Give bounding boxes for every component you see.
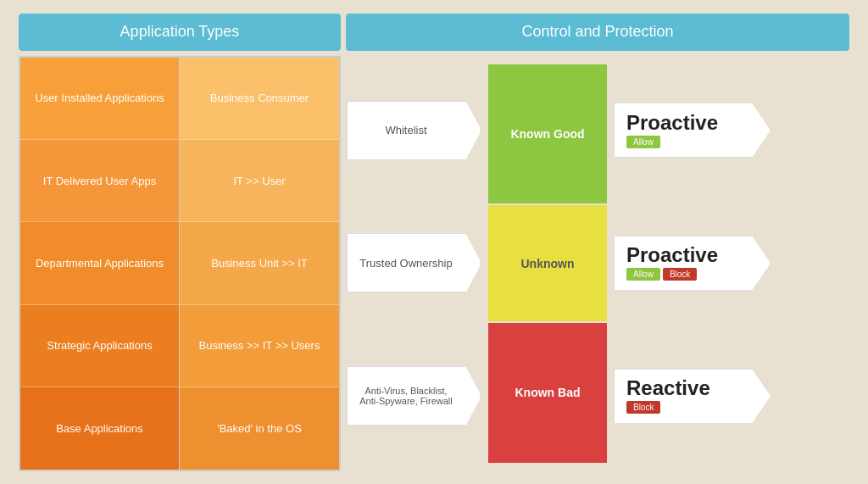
- list-item: IT >> User: [180, 140, 339, 222]
- list-item: Strategic Applications: [20, 305, 179, 387]
- known-bad-box: Known Bad: [488, 323, 607, 462]
- status-section: Known Good Unknown Known Bad: [488, 56, 607, 471]
- proactive-allow-arrow: Proactive Allow: [614, 103, 771, 158]
- proactive-section: Proactive Allow Proactive Allow Block Re…: [614, 56, 771, 471]
- whitelist-arrow: Whitelist: [346, 100, 481, 161]
- reactive-block-arrow: Reactive Block: [614, 369, 771, 424]
- block-badge: Block: [663, 268, 697, 281]
- main-diagram: Application Types Control and Protection…: [19, 14, 849, 471]
- app-types-title: Application Types: [120, 23, 240, 41]
- allow-badge: Allow: [626, 136, 660, 148]
- list-item: Business Consumer: [180, 58, 339, 140]
- trusted-ownership-arrow: Trusted Ownership: [346, 232, 481, 293]
- result-badges-3: Block: [626, 401, 660, 414]
- result-badges-2: Allow Block: [626, 268, 697, 281]
- antivirus-arrow: Anti-Virus, Blacklist, Anti-Spyware, Fir…: [346, 365, 481, 426]
- unknown-box: Unknown: [488, 205, 607, 321]
- proactive-allow-block-arrow: Proactive Allow Block: [614, 236, 771, 291]
- header-left: Application Types: [19, 14, 341, 51]
- result-badges-1: Allow: [626, 136, 660, 148]
- app-types-col2: Business Consumer IT >> User Business Un…: [180, 58, 339, 470]
- header-row: Application Types Control and Protection: [19, 14, 849, 51]
- app-types-col1: User Installed Applications IT Delivered…: [20, 58, 180, 470]
- list-item: IT Delivered User Apps: [20, 140, 179, 222]
- list-item: Base Applications: [20, 387, 179, 469]
- control-panel: Whitelist Trusted Ownership Anti-Virus, …: [346, 56, 849, 471]
- arrows-section: Whitelist Trusted Ownership Anti-Virus, …: [346, 56, 481, 471]
- list-item: 'Baked' in the OS: [180, 387, 339, 469]
- block-badge: Block: [626, 401, 660, 414]
- content-row: User Installed Applications IT Delivered…: [19, 56, 849, 471]
- list-item: User Installed Applications: [20, 58, 179, 140]
- list-item: Business >> IT >> Users: [180, 305, 339, 387]
- list-item: Departmental Applications: [20, 222, 179, 304]
- header-right: Control and Protection: [346, 14, 849, 51]
- control-title: Control and Protection: [521, 23, 673, 41]
- list-item: Business Unit >> IT: [180, 222, 339, 304]
- allow-badge: Allow: [626, 268, 660, 281]
- app-types-table: User Installed Applications IT Delivered…: [19, 56, 341, 471]
- known-good-box: Known Good: [488, 64, 607, 203]
